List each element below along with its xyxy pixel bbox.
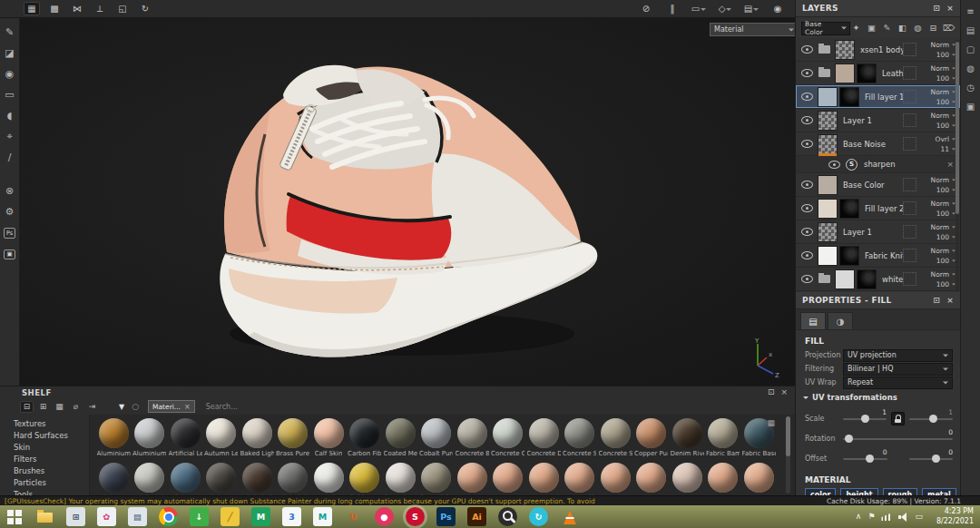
layer-name[interactable]: sharpen [864, 160, 946, 169]
chrome[interactable] [159, 507, 178, 526]
shelf-category[interactable]: Brushes [9, 465, 73, 476]
shelf-category[interactable]: Particles [9, 477, 73, 488]
visibility-toggle-icon[interactable] [801, 275, 813, 283]
material-item[interactable]: Concrete D... [526, 418, 561, 457]
history-panel-icon[interactable]: ◷ [966, 83, 975, 93]
layer-name[interactable]: Leather Stylized [882, 69, 903, 78]
material-slot[interactable] [903, 137, 916, 151]
remove-effect-icon[interactable]: × [946, 160, 954, 169]
shader-settings-icon[interactable]: ◍ [966, 64, 975, 73]
material-item[interactable]: Coated Metal [383, 418, 417, 457]
layer-thumbnail[interactable] [818, 88, 837, 106]
material-item[interactable]: Ground Gra... [419, 463, 454, 495]
material-item[interactable]: Fabric Knitt... [132, 463, 167, 495]
slider-thumb[interactable] [929, 415, 937, 423]
material-item[interactable]: Aluminium ... [132, 418, 167, 457]
layer-mask-thumbnail[interactable] [840, 247, 858, 265]
layer-row[interactable]: S white × Norm 100 [796, 268, 960, 291]
material-slot[interactable] [903, 43, 916, 56]
clone-tool-icon[interactable]: ⌖ [6, 132, 12, 142]
blend-mode-dropdown[interactable]: Norm [931, 223, 956, 231]
frame-selection-icon[interactable]: ◱ [114, 2, 131, 15]
filter-tag-chip[interactable]: Materi... × [148, 400, 195, 413]
paint-tool-icon[interactable]: ✎ [5, 27, 14, 37]
network-signal-icon[interactable] [881, 513, 892, 521]
layer-row[interactable]: S Leather Stylized × Norm 100 [796, 62, 960, 85]
layer-row[interactable]: S Layer 1 × Norm 100 [796, 109, 960, 132]
fax-printer[interactable]: ▤ [128, 507, 147, 526]
layer-thumbnail[interactable] [836, 270, 854, 288]
sphere-preview-tab-icon[interactable]: ◑ [828, 312, 853, 329]
material-item[interactable]: Concrete Cl... [491, 418, 525, 457]
material-item[interactable]: Human Fe... [670, 463, 704, 495]
material-item[interactable]: Fabric Deni... [96, 463, 131, 495]
app-3[interactable]: 3 [282, 507, 301, 526]
viewport-display-mode-dropdown[interactable]: Material [710, 23, 795, 36]
filtering-dropdown[interactable]: Bilinear | HQ [843, 363, 953, 376]
blend-mode-dropdown[interactable]: Norm [931, 41, 956, 49]
visibility-toggle-icon[interactable] [801, 251, 813, 259]
channel-toggle[interactable]: color [805, 488, 836, 495]
rotation-slider[interactable]: 0 [843, 438, 953, 440]
projection-dropdown[interactable]: UV projection [843, 349, 953, 362]
layer-thumbnail[interactable] [818, 223, 837, 241]
layer-name[interactable]: Base Color [843, 181, 903, 190]
illustrator[interactable]: Ai [467, 507, 486, 526]
3d-viewport[interactable]: Y x Z Material [20, 18, 795, 386]
close-panel-icon[interactable]: × [946, 5, 954, 13]
layer-mask-thumbnail[interactable] [858, 270, 876, 288]
add-effect-icon[interactable]: ✦ [850, 24, 862, 33]
filter-all-icon[interactable]: ○ [132, 402, 139, 411]
stamp-disable-icon[interactable]: ⊘ [638, 2, 654, 15]
substance-painter[interactable]: S [406, 507, 425, 526]
material-item[interactable]: Human Bac... [455, 463, 489, 495]
delete-resource-icon[interactable]: ▦ [53, 401, 66, 413]
material-item[interactable]: Copper Pure [634, 418, 669, 457]
u-orange-app[interactable]: U [344, 507, 363, 526]
material-item[interactable]: Human Ch... [563, 463, 597, 495]
visibility-toggle-icon[interactable] [801, 181, 813, 189]
blend-mode-dropdown[interactable]: Norm [931, 64, 956, 73]
remove-filter-icon[interactable]: × [184, 403, 191, 411]
scale-lock-icon[interactable] [891, 412, 905, 425]
snap-grid-icon[interactable]: ▩ [46, 2, 63, 15]
blend-mode-dropdown[interactable]: Norm [931, 112, 956, 120]
material-item[interactable]: Carbon Fiber [348, 418, 382, 457]
visibility-toggle-icon[interactable] [801, 93, 813, 101]
shelf-scrollbar-thumb[interactable] [786, 416, 790, 456]
material-item[interactable]: Concrete S... [598, 418, 632, 457]
add-resource-icon[interactable]: ⊞ [36, 401, 50, 413]
opacity-dropdown[interactable]: 100 [936, 257, 956, 265]
material-slot[interactable] [903, 201, 916, 215]
opacity-dropdown[interactable]: 100 [936, 233, 956, 241]
visibility-toggle-icon[interactable] [801, 204, 813, 212]
material-item[interactable]: Gouache P... [383, 463, 417, 495]
search-input[interactable]: Search... [206, 403, 238, 411]
material-slot[interactable] [903, 90, 916, 103]
float-panel-icon[interactable]: ⊡ [933, 297, 940, 305]
visibility-toggle-icon[interactable] [801, 45, 813, 54]
shelf-category[interactable]: Hard Surfaces [9, 430, 73, 441]
slider-thumb[interactable] [861, 415, 869, 423]
opacity-dropdown[interactable]: 100 [936, 186, 956, 194]
opacity-dropdown[interactable]: 100 [936, 51, 956, 59]
material-properties-tab-icon[interactable]: ▤ [800, 312, 826, 329]
layer-name[interactable]: Fabric Knitted Sweater [865, 251, 903, 260]
resources-plugin-icon[interactable]: ▣ [4, 249, 15, 260]
layer-row[interactable]: S Base Noise × Ovrl 11 [796, 132, 960, 156]
layer-name[interactable]: Fill layer 1 [865, 93, 903, 102]
volume-icon[interactable] [898, 513, 908, 522]
material-item[interactable]: Gold Pure [348, 463, 382, 495]
material-slot[interactable] [903, 178, 916, 191]
material-item[interactable]: Calf Skin [311, 418, 346, 457]
material-picker-tool-icon[interactable]: ∕ [8, 152, 12, 162]
material-item[interactable]: Baked Light... [240, 418, 274, 457]
float-panel-icon[interactable]: ⊡ [768, 388, 775, 396]
mirror-icon[interactable]: ⋈ [69, 2, 85, 15]
opacity-dropdown[interactable]: 11 [940, 145, 956, 153]
blend-mode-dropdown[interactable]: Norm [931, 88, 956, 96]
offset-slider-left[interactable]: 0 [843, 458, 887, 460]
material-item[interactable]: Fabric Suit ... [276, 463, 310, 495]
layer-mask-thumbnail[interactable] [840, 200, 858, 218]
material-item[interactable]: Human Bu... [526, 463, 561, 495]
